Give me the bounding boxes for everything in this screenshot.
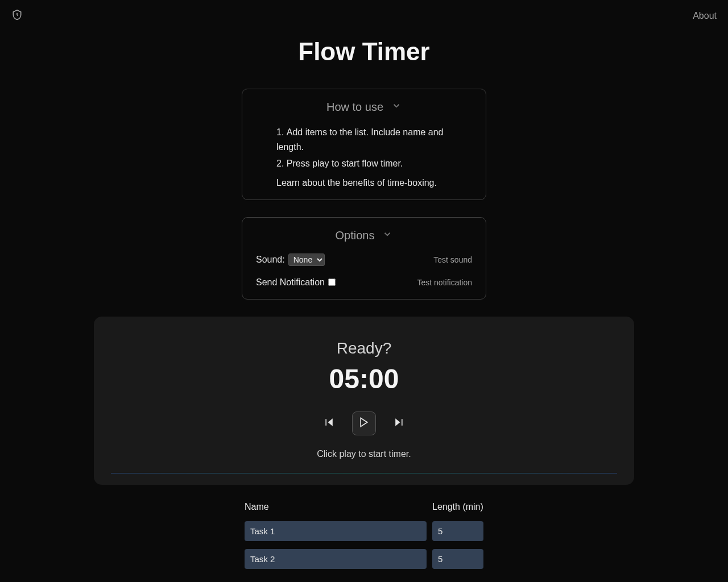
notification-checkbox[interactable] (328, 278, 336, 286)
task-name-input[interactable] (245, 549, 427, 569)
name-column-header: Name (245, 502, 427, 512)
task-name-input[interactable] (245, 521, 427, 541)
task-row (245, 549, 483, 569)
skip-back-button[interactable] (324, 417, 335, 430)
svg-marker-2 (361, 418, 367, 427)
test-sound-link[interactable]: Test sound (433, 255, 472, 264)
options-heading: Options (336, 229, 375, 242)
length-column-header: Length (min) (432, 502, 483, 512)
instructions-list: Add items to the list. Include name and … (256, 125, 472, 171)
task-row (245, 521, 483, 541)
instruction-step: Add items to the list. Include name and … (276, 125, 472, 154)
svg-marker-3 (395, 419, 400, 426)
about-link[interactable]: About (693, 11, 717, 21)
skip-forward-button[interactable] (393, 417, 404, 430)
options-toggle[interactable]: Options (256, 229, 472, 242)
benefits-link[interactable]: Learn about the benefits of time-boxing. (256, 178, 472, 188)
options-card: Options Sound: None Test sound Send Noti… (242, 217, 486, 300)
timer-status: Ready? (111, 339, 617, 357)
task-list: Name Length (min) (239, 502, 489, 569)
timer-hint: Click play to start timer. (111, 449, 617, 459)
page-title: Flow Timer (0, 38, 728, 66)
notification-label: Send Notification (256, 277, 325, 288)
howto-heading: How to use (326, 101, 383, 114)
svg-marker-0 (328, 419, 333, 426)
test-notification-link[interactable]: Test notification (417, 278, 473, 287)
shield-clock-icon (11, 9, 23, 23)
skip-forward-icon (393, 417, 404, 430)
howto-toggle[interactable]: How to use (256, 101, 472, 114)
play-icon (358, 417, 370, 430)
divider (111, 473, 617, 473)
timer-display: 05:00 (111, 363, 617, 394)
task-length-input[interactable] (432, 549, 483, 569)
skip-back-icon (324, 417, 335, 430)
sound-label: Sound: (256, 255, 285, 265)
instruction-step: Press play to start flow timer. (276, 156, 472, 171)
chevron-down-icon (391, 101, 402, 114)
timer-panel: Ready? 05:00 (94, 317, 634, 485)
sound-select[interactable]: None (288, 253, 325, 266)
play-button[interactable] (352, 411, 376, 435)
chevron-down-icon (382, 229, 392, 242)
howto-card: How to use Add items to the list. Includ… (242, 89, 486, 200)
task-length-input[interactable] (432, 521, 483, 541)
